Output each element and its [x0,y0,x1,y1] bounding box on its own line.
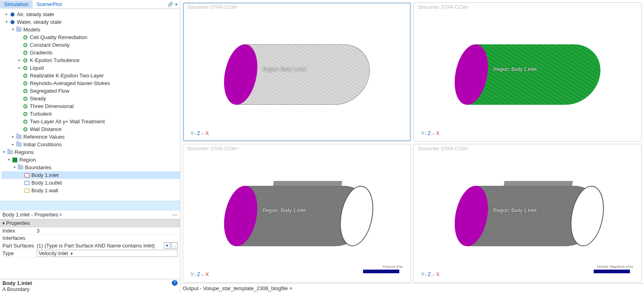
output-tab-bar: Output - Volupe_star_template_2306_blogf… [180,283,644,293]
tree-model-item[interactable]: ▸Liquid [2,64,180,72]
prop-type[interactable]: Type Velocity Inlet▼ [0,249,180,258]
axis-triad-icon: Y↑ Z→ X [190,130,209,136]
tree-label: Boundaries [25,164,52,171]
model-icon [22,96,29,102]
dropdown-icon[interactable]: ▾ [175,2,178,7]
minimize-icon[interactable]: — [172,212,178,218]
prop-value-select[interactable]: Velocity Inlet▼ [37,250,178,257]
description-subtitle: A Boundary [2,286,178,292]
tree-label: Steady [30,95,46,102]
tree-model-item[interactable]: ▸Cell Quality Remediation [2,33,180,41]
tree-label: Air, steady state [17,10,54,18]
scene-bottom-left[interactable]: Simcenter STAR-CCM+ Region: Body 1.inlet… [183,144,411,283]
simulation-tree[interactable]: ▸ Air, steady state ▾ Water, steady stat… [0,9,180,201]
cylinder-mesh [220,44,374,105]
properties-title: Body 1.inlet - Properties [2,212,58,218]
folder-icon [16,27,22,33]
model-icon [22,73,29,79]
tree-model-item[interactable]: ▸Steady [2,95,180,102]
prop-value: (1) (Type is Part Surface AND Name conta… [37,243,163,249]
tree-label: Body 1.inlet [31,171,59,179]
scene-top-left[interactable]: Simcenter STAR-CCM+ Region: Body 1.inlet… [183,2,411,141]
tree-continuum-water[interactable]: ▾ Water, steady state [2,18,180,26]
region-label: Region: Body 1.inlet [493,66,537,72]
folder-icon [17,164,24,171]
model-icon [22,111,29,117]
tree-regions[interactable]: ▾Regions [2,148,180,156]
tree-model-item[interactable]: ▸Gradients [2,49,180,56]
tree-region[interactable]: ▾Region [2,156,180,164]
tree-reference-values[interactable]: ▸Reference Values [2,133,180,141]
prop-label: Index [2,228,37,234]
output-tab[interactable]: Output - Volupe_star_template_2306_blogf… [183,285,288,291]
description-title: Body 1.inlet [2,280,178,286]
tree-initial-conditions[interactable]: ▸Initial Conditions [2,141,180,148]
axis-triad-icon: Y↑ Z→ X [421,130,440,136]
edit-icon[interactable]: … [171,242,178,249]
tree-label: Regions [14,148,34,156]
prop-part-surfaces[interactable]: Part Surfaces (1) (Type is Part Surface … [0,242,180,249]
sphere-icon [9,19,16,25]
tree-label: Wall Distance [30,125,62,133]
properties-header: Body 1.inlet - Properties × — [0,210,180,219]
properties-section[interactable]: ▾ Properties [0,219,180,227]
tab-simulation[interactable]: Simulation [0,0,33,8]
tree-label: Models [23,26,40,33]
folder-icon [7,149,13,156]
tree-label: K-Epsilon Turbulence [30,56,80,64]
tab-scene-plot[interactable]: Scene/Plot [33,0,66,8]
tree-model-item[interactable]: ▸Constant Density [2,41,180,49]
close-icon[interactable]: × [289,285,293,291]
scene-brand: Simcenter STAR-CCM+ [187,4,238,10]
tree-boundary-outlet[interactable]: ▸Body 1.outlet [2,179,180,187]
scene-bottom-right[interactable]: Simcenter STAR-CCM+ Region: Body 1.inlet… [413,144,642,283]
left-panel: Simulation Scene/Plot 🔗 ▾ ▸ Air, steady … [0,0,180,293]
model-icon [22,65,29,71]
tree-model-item[interactable]: ▸K-Epsilon Turbulence [2,56,180,64]
prop-label: Interfaces [2,235,37,241]
tree-label: Liquid [30,64,44,72]
tree-model-item[interactable]: ▸Turbulent [2,110,180,118]
tree-model-item[interactable]: ▸Reynolds-Averaged Navier-Stokes [2,79,180,87]
tree-label: Body 1.wall [31,187,58,194]
tree-label: Region [19,156,36,164]
tree-model-item[interactable]: ▸Segregated Flow [2,87,180,95]
tree-label: Reynolds-Averaged Navier-Stokes [30,79,110,87]
boundary-icon [24,172,30,179]
axis-triad-icon: Y↑ Z→ X [190,271,209,277]
tree-boundaries[interactable]: ▾Boundaries [2,164,180,171]
tree-boundary-inlet[interactable]: ▸Body 1.inlet [2,171,180,179]
model-icon [22,118,29,125]
chevron-down-icon: ▼ [70,251,74,256]
help-icon[interactable]: ? [172,280,178,286]
tree-label: Reference Values [23,133,64,141]
tree-model-item[interactable]: ▸Wall Distance [2,125,180,133]
model-icon [22,57,29,64]
model-icon [22,103,29,110]
prop-label: Type [2,250,37,256]
tree-label: Cell Quality Remediation [30,33,87,41]
close-icon[interactable]: × [59,212,62,218]
colorbar-label: Velocity: Magnitude (m/s) [597,265,633,268]
model-icon [22,88,29,94]
tree-model-item[interactable]: ▸Realizable K-Epsilon Two-Layer [2,72,180,79]
link-icon[interactable]: 🔗 [167,2,173,7]
folder-icon [16,134,22,140]
model-icon [22,80,29,87]
tree-boundary-wall[interactable]: ▸Body 1.wall [2,187,180,194]
tree-label: Turbulent [30,110,52,118]
tree-label: Realizable K-Epsilon Two-Layer [30,72,104,79]
tree-label: Water, steady state [17,18,62,26]
folder-icon [16,141,22,148]
region-icon [12,157,18,163]
boundary-icon [24,180,30,186]
tree-label: Constant Density [30,41,70,49]
scene-brand: Simcenter STAR-CCM+ [418,146,469,152]
filter-icon[interactable]: ▼ [164,242,170,249]
cylinder-green-mesh [451,44,604,105]
tree-continuum-air[interactable]: ▸ Air, steady state [2,10,180,18]
tree-model-item[interactable]: ▸Three Dimensional [2,102,180,110]
tree-model-item[interactable]: ▸Two-Layer All y+ Wall Treatment [2,118,180,125]
scene-top-right[interactable]: Simcenter STAR-CCM+ Region: Body 1.inlet… [413,2,642,141]
tree-models[interactable]: ▾ Models [2,26,180,33]
